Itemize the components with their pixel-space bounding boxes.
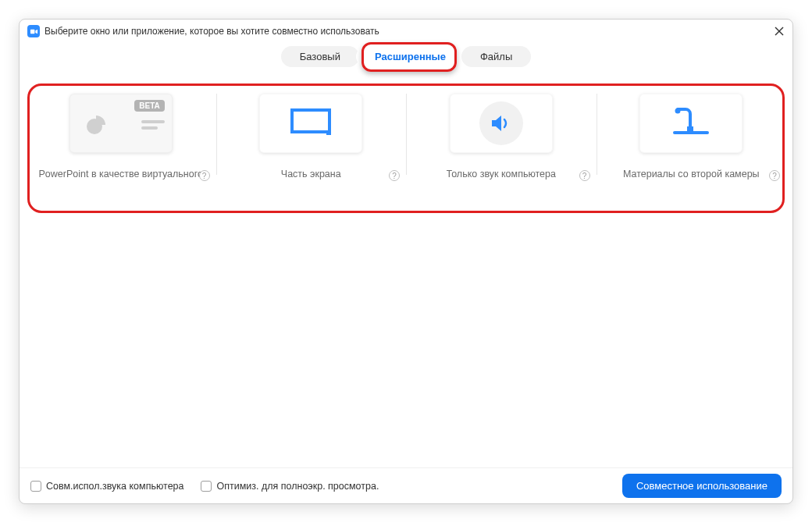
tab-files[interactable]: Файлы	[461, 46, 531, 67]
share-button[interactable]: Совместное использование	[622, 474, 782, 498]
close-icon	[775, 27, 784, 36]
option-powerpoint-virtual-bg[interactable]: BETA PowerPoint в качестве виртуального …	[26, 89, 216, 189]
checkbox-label: Совм.испол.звука компьютера	[46, 481, 183, 492]
footer-bar: Совм.испол.звука компьютера Оптимиз. для…	[20, 467, 792, 503]
option-label: Материалы со второй камеры	[623, 169, 760, 179]
thumb-audio	[450, 94, 553, 153]
zoom-app-icon	[27, 25, 40, 37]
window-title: Выберите окно или приложение, которое вы…	[45, 26, 379, 37]
checkbox-share-audio[interactable]: Совм.испол.звука компьютера	[30, 481, 183, 492]
thumb-portion: +	[259, 94, 362, 153]
speaker-icon	[479, 101, 523, 145]
thumb-powerpoint: BETA	[69, 94, 173, 153]
svg-point-8	[675, 108, 681, 114]
help-icon[interactable]: ?	[769, 170, 780, 181]
presentation-icon	[84, 112, 109, 140]
beta-badge: BETA	[134, 100, 164, 112]
help-icon[interactable]: ?	[389, 170, 400, 181]
checkbox-box	[201, 481, 212, 492]
tab-group: Базовый Расширенные Файлы	[20, 46, 792, 67]
option-computer-audio[interactable]: Только звук компьютера ?	[406, 89, 597, 189]
checkbox-box	[30, 481, 41, 492]
screen-portion-icon: +	[290, 108, 331, 138]
option-label: Часть экрана	[281, 169, 341, 179]
checkbox-label: Оптимиз. для полноэкр. просмотра.	[216, 481, 379, 492]
help-icon[interactable]: ?	[199, 170, 210, 181]
thumb-second-camera	[639, 94, 743, 153]
advanced-options-row: BETA PowerPoint в качестве виртуального …	[20, 89, 792, 189]
svg-rect-4	[292, 110, 329, 132]
titlebar: Выберите окно или приложение, которое вы…	[20, 20, 792, 43]
checkbox-optimize-video[interactable]: Оптимиз. для полноэкр. просмотра.	[201, 481, 379, 492]
help-icon[interactable]: ?	[579, 170, 590, 181]
option-label: PowerPoint в качестве виртуального	[39, 169, 203, 179]
text-lines-icon	[141, 120, 165, 133]
option-second-camera[interactable]: Материалы со второй камеры ?	[597, 89, 787, 189]
tab-advanced[interactable]: Расширенные	[356, 46, 465, 67]
option-screen-portion[interactable]: + Часть экрана ?	[216, 89, 407, 189]
option-label: Только звук компьютера	[447, 169, 556, 179]
share-window: Выберите окно или приложение, которое вы…	[19, 19, 793, 504]
svg-text:+: +	[327, 128, 331, 135]
svg-rect-0	[30, 29, 34, 34]
tab-basic[interactable]: Базовый	[281, 46, 359, 67]
document-camera-icon	[670, 106, 712, 140]
svg-rect-10	[687, 126, 693, 133]
close-button[interactable]	[772, 24, 786, 38]
